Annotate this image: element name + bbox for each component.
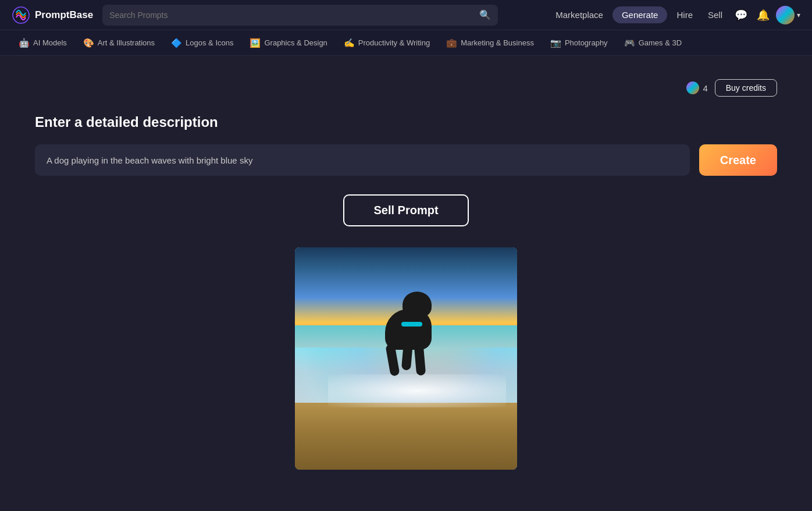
avatar bbox=[776, 6, 795, 24]
beach-sand bbox=[295, 403, 517, 470]
messages-icon[interactable]: 💬 bbox=[732, 6, 750, 24]
dog-silhouette bbox=[379, 292, 443, 408]
category-bar: 🤖 AI Models 🎨 Art & Illustrations 🔷 Logo… bbox=[0, 30, 812, 56]
category-logos-label: Logos & Icons bbox=[186, 38, 233, 47]
category-productivity-label: Productivity & Writing bbox=[358, 38, 430, 47]
category-marketing-business[interactable]: 💼 Marketing & Business bbox=[439, 34, 541, 52]
category-logos-icons[interactable]: 🔷 Logos & Icons bbox=[164, 34, 240, 52]
search-bar[interactable]: 🔍 bbox=[102, 5, 498, 26]
marketing-icon: 💼 bbox=[446, 38, 457, 48]
graphics-icon: 🖼️ bbox=[250, 38, 261, 48]
chevron-down-icon: ▾ bbox=[797, 11, 800, 19]
category-marketing-label: Marketing & Business bbox=[461, 38, 534, 47]
buy-credits-button[interactable]: Buy credits bbox=[715, 79, 777, 97]
brand-name: PromptBase bbox=[35, 9, 93, 21]
notifications-icon[interactable]: 🔔 bbox=[754, 6, 772, 24]
credits-badge: 4 bbox=[686, 81, 707, 94]
navbar: PromptBase 🔍 Marketplace Generate Hire S… bbox=[0, 0, 812, 30]
sell-prompt-button[interactable]: Sell Prompt bbox=[343, 194, 468, 226]
logos-icon: 🔷 bbox=[171, 38, 182, 48]
nav-hire[interactable]: Hire bbox=[671, 6, 699, 23]
credits-icon bbox=[686, 81, 699, 94]
dog-leg-2 bbox=[401, 341, 413, 371]
category-productivity-writing[interactable]: ✍️ Productivity & Writing bbox=[337, 34, 437, 52]
category-photography[interactable]: 📷 Photography bbox=[543, 34, 615, 52]
category-games-3d[interactable]: 🎮 Games & 3D bbox=[617, 34, 689, 52]
avatar-container[interactable]: ▾ bbox=[776, 6, 800, 24]
search-input[interactable] bbox=[109, 10, 479, 20]
category-games-label: Games & 3D bbox=[639, 38, 682, 47]
category-ai-models[interactable]: 🤖 AI Models bbox=[12, 34, 74, 52]
credits-row: 4 Buy credits bbox=[35, 79, 777, 97]
nav-generate[interactable]: Generate bbox=[612, 6, 668, 23]
nav-sell[interactable]: Sell bbox=[702, 6, 728, 23]
logo[interactable]: PromptBase bbox=[12, 6, 93, 24]
category-ai-models-label: AI Models bbox=[33, 38, 67, 47]
dog-leg-3 bbox=[414, 345, 426, 376]
create-button[interactable]: Create bbox=[699, 144, 777, 176]
description-label: Enter a detailed description bbox=[35, 114, 777, 130]
category-graphics-design[interactable]: 🖼️ Graphics & Design bbox=[243, 34, 334, 52]
prompt-input[interactable] bbox=[35, 144, 690, 176]
nav-marketplace[interactable]: Marketplace bbox=[550, 6, 609, 23]
ai-models-icon: 🤖 bbox=[19, 38, 30, 48]
games-icon: 🎮 bbox=[624, 38, 635, 48]
nav-links: Marketplace Generate Hire Sell 💬 🔔 ▾ bbox=[550, 6, 800, 24]
sell-prompt-row: Sell Prompt bbox=[35, 194, 777, 226]
category-art-illustrations[interactable]: 🎨 Art & Illustrations bbox=[76, 34, 162, 52]
generated-image bbox=[295, 247, 517, 470]
input-row: Create bbox=[35, 144, 777, 176]
credits-count: 4 bbox=[703, 83, 707, 93]
logo-icon bbox=[12, 6, 30, 24]
art-icon: 🎨 bbox=[83, 38, 94, 48]
main-content: 4 Buy credits Enter a detailed descripti… bbox=[0, 56, 812, 487]
category-photography-label: Photography bbox=[565, 38, 608, 47]
dog-collar bbox=[401, 322, 422, 327]
photography-icon: 📷 bbox=[550, 38, 561, 48]
image-container bbox=[35, 247, 777, 470]
category-graphics-label: Graphics & Design bbox=[264, 38, 327, 47]
productivity-icon: ✍️ bbox=[344, 38, 355, 48]
category-art-label: Art & Illustrations bbox=[98, 38, 155, 47]
search-icon: 🔍 bbox=[479, 9, 491, 20]
